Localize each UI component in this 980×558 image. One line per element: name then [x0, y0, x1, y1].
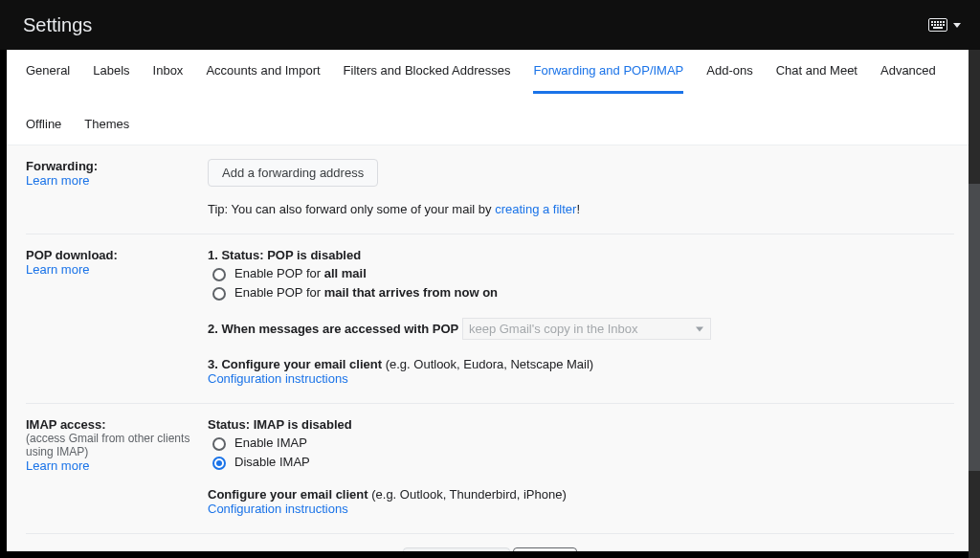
imap-config-instructions-link[interactable]: Configuration instructions — [208, 502, 954, 516]
pop-heading: POP download: — [26, 248, 198, 262]
imap-option-enable[interactable]: Enable IMAP — [208, 435, 954, 451]
section-forwarding: Forwarding: Learn more Add a forwarding … — [26, 145, 954, 234]
forwarding-tip: Tip: You can also forward only some of y… — [208, 202, 954, 216]
tab-themes[interactable]: Themes — [84, 117, 129, 145]
creating-a-filter-link[interactable]: creating a filter — [495, 202, 576, 216]
imap-configure: Configure your email client (e.g. Outloo… — [208, 487, 954, 502]
imap-subtext: (access Gmail from other clients using I… — [26, 432, 198, 458]
pop-option-all-mail[interactable]: Enable POP for all mail — [208, 265, 954, 281]
tab-labels[interactable]: Labels — [93, 63, 129, 94]
tab-forwarding-and-pop-imap[interactable]: Forwarding and POP/IMAP — [533, 63, 683, 94]
cancel-button[interactable]: Cancel — [513, 547, 576, 551]
pop-radio-now[interactable] — [212, 287, 226, 301]
page-title: Settings — [23, 14, 92, 36]
tab-filters-and-blocked-addresses[interactable]: Filters and Blocked Addresses — [344, 63, 511, 94]
keyboard-icon — [928, 18, 947, 32]
add-forwarding-address-button[interactable]: Add a forwarding address — [208, 159, 378, 187]
section-pop: POP download: Learn more 1. Status: POP … — [26, 234, 954, 404]
save-changes-button: Save Changes — [403, 547, 509, 551]
svg-rect-1 — [931, 21, 933, 23]
tab-advanced[interactable]: Advanced — [880, 63, 936, 94]
chevron-down-icon — [953, 23, 961, 28]
pop-status: 1. Status: POP is disabled — [208, 248, 954, 262]
input-tools-menu[interactable] — [928, 18, 961, 32]
imap-status: Status: IMAP is disabled — [208, 417, 954, 432]
pop-step2: 2. When messages are accessed with POP k… — [208, 318, 954, 340]
pop-action-select[interactable]: keep Gmail's copy in the Inbox — [462, 318, 711, 340]
pop-radio-all[interactable] — [212, 268, 226, 281]
tab-inbox[interactable]: Inbox — [153, 63, 184, 94]
imap-heading: IMAP access: — [26, 417, 198, 432]
tab-offline[interactable]: Offline — [26, 117, 61, 145]
pop-option-from-now-on[interactable]: Enable POP for mail that arrives from no… — [208, 284, 954, 301]
forwarding-learn-more-link[interactable]: Learn more — [26, 173, 198, 188]
svg-rect-8 — [937, 24, 939, 26]
scrollbar-track[interactable] — [969, 50, 980, 558]
tab-general[interactable]: General — [26, 63, 70, 94]
svg-rect-3 — [937, 21, 939, 23]
svg-rect-10 — [943, 24, 945, 26]
scrollbar-thumb[interactable] — [969, 184, 980, 471]
imap-option-disable[interactable]: Disable IMAP — [208, 454, 954, 470]
svg-rect-2 — [934, 21, 936, 23]
imap-learn-more-link[interactable]: Learn more — [26, 458, 198, 473]
imap-radio-enable[interactable] — [212, 437, 226, 451]
imap-radio-disable[interactable] — [212, 457, 226, 470]
tab-chat-and-meet[interactable]: Chat and Meet — [776, 63, 858, 94]
settings-panel: GeneralLabelsInboxAccounts and ImportFil… — [7, 50, 973, 551]
tab-accounts-and-import[interactable]: Accounts and Import — [206, 63, 320, 94]
forwarding-tip-prefix: Tip: You can also forward only some of y… — [208, 202, 495, 216]
svg-rect-9 — [940, 24, 942, 26]
forwarding-tip-suffix: ! — [576, 202, 580, 216]
footer-actions: Save Changes Cancel — [26, 534, 954, 551]
settings-content: Forwarding: Learn more Add a forwarding … — [7, 145, 973, 551]
section-imap: IMAP access: (access Gmail from other cl… — [26, 404, 954, 534]
pop-step3: 3. Configure your email client (e.g. Out… — [208, 357, 954, 371]
svg-rect-5 — [943, 21, 945, 23]
svg-rect-7 — [934, 24, 936, 26]
forwarding-heading: Forwarding: — [26, 159, 198, 173]
titlebar: Settings — [0, 0, 980, 50]
pop-config-instructions-link[interactable]: Configuration instructions — [208, 371, 954, 386]
tab-add-ons[interactable]: Add-ons — [706, 63, 752, 94]
settings-tabs: GeneralLabelsInboxAccounts and ImportFil… — [7, 50, 973, 145]
svg-rect-4 — [940, 21, 942, 23]
pop-learn-more-link[interactable]: Learn more — [26, 262, 198, 277]
svg-rect-6 — [931, 24, 933, 26]
svg-rect-11 — [933, 27, 943, 29]
